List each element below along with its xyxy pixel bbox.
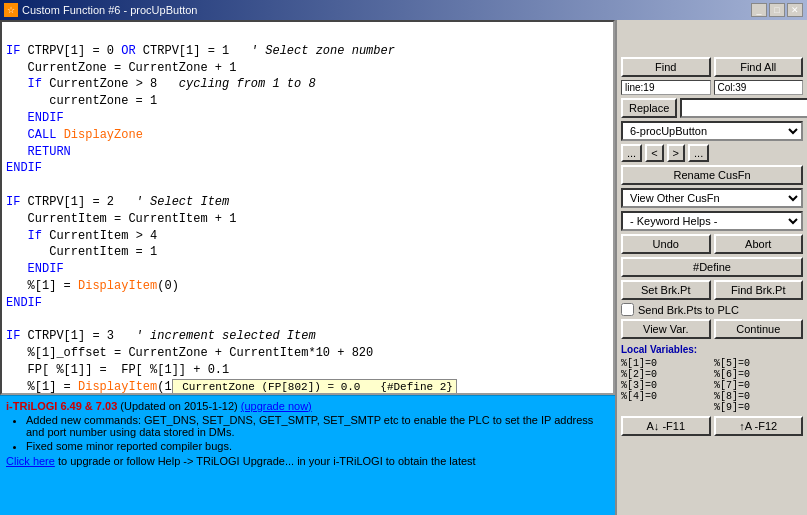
var-4-2: %[8]=0 <box>714 391 803 402</box>
code-line-1: IF CTRPV[1] = 0 OR CTRPV[1] = 1 ' Select… <box>6 44 395 58</box>
tooltip: CurrentZone (FP[802]) = 0.0 {#Define 2} <box>172 379 457 395</box>
vars-col: %[1]=0 %[5]=0 %[2]=0 %[6]=0 %[3]=0 %[7]=… <box>621 358 803 413</box>
find-brk-button[interactable]: Find Brk.Pt <box>714 280 804 300</box>
info-click-row: Click here to upgrade or follow Help -> … <box>6 455 609 467</box>
code-line-11: CurrentItem = CurrentItem + 1 <box>6 212 236 226</box>
code-line-7: RETURN <box>6 145 71 159</box>
f-keys-row: A↓ -F11 ↑A -F12 <box>621 416 803 436</box>
view-var-button[interactable]: View Var. <box>621 319 711 339</box>
var-3-2: %[7]=0 <box>714 380 803 391</box>
window-title: Custom Function #6 - procUpButton <box>22 4 751 16</box>
var-5-1 <box>621 402 710 413</box>
find-row: Find Find All <box>621 57 803 77</box>
f12-button[interactable]: ↑A -F12 <box>714 416 804 436</box>
upgrade-link[interactable]: (upgrade now) <box>241 400 312 412</box>
vars-row-4: %[4]=0 %[8]=0 <box>621 391 803 402</box>
keyword-row: - Keyword Helps - <box>621 211 803 231</box>
keyword-dropdown[interactable]: - Keyword Helps - <box>621 211 803 231</box>
info-title-row: i-TRiLOGI 6.49 & 7.03 (Updated on 2015-1… <box>6 400 609 412</box>
var-2-1: %[2]=0 <box>621 369 710 380</box>
code-editor[interactable]: IF CTRPV[1] = 0 OR CTRPV[1] = 1 ' Select… <box>0 20 615 395</box>
code-wrapper: IF CTRPV[1] = 0 OR CTRPV[1] = 1 ' Select… <box>0 20 615 395</box>
main-container: IF CTRPV[1] = 0 OR CTRPV[1] = 1 ' Select… <box>0 20 807 515</box>
send-brk-label: Send Brk.Pts to PLC <box>638 304 739 316</box>
code-line-5: ENDIF <box>6 111 64 125</box>
code-line-18: IF CTRPV[1] = 3 ' increment selected Ite… <box>6 329 316 343</box>
replace-button[interactable]: Replace <box>621 98 677 118</box>
info-bullet-2: Fixed some minor reported compiler bugs. <box>26 440 609 452</box>
next-button[interactable]: > <box>667 144 685 162</box>
func-dropdown-row: 6-procUpButton <box>621 121 803 141</box>
code-line-15: %[1] = DisplayItem(0) <box>6 279 179 293</box>
var-3-1: %[3]=0 <box>621 380 710 391</box>
code-line-8: ENDIF <box>6 161 42 175</box>
rename-button[interactable]: Rename CusFn <box>621 165 803 185</box>
version-text: 6.49 & 7.03 <box>60 400 117 412</box>
find-all-button[interactable]: Find All <box>714 57 804 77</box>
code-line-3: If CurrentZone > 8 cycling from 1 to 8 <box>6 77 316 91</box>
minimize-button[interactable]: _ <box>751 3 767 17</box>
undo-abort-row: Undo Abort <box>621 234 803 254</box>
col-info: Col:39 <box>714 80 804 95</box>
app-name: i-TRiLOGI <box>6 400 60 412</box>
undo-button[interactable]: Undo <box>621 234 711 254</box>
info-click-text: to upgrade or follow Help -> TRiLOGI Upg… <box>58 455 476 467</box>
title-bar: ☆ Custom Function #6 - procUpButton _ □ … <box>0 0 807 20</box>
prev-button[interactable]: < <box>645 144 663 162</box>
var-2-2: %[6]=0 <box>714 369 803 380</box>
view-other-row: View Other CusFn <box>621 188 803 208</box>
var-1-1: %[1]=0 <box>621 358 710 369</box>
vars-section: %[1]=0 %[5]=0 %[2]=0 %[6]=0 %[3]=0 %[7]=… <box>621 358 803 413</box>
code-line-2: CurrentZone = CurrentZone + 1 <box>6 61 236 75</box>
code-line-13: CurrentItem = 1 <box>6 245 157 259</box>
code-content: IF CTRPV[1] = 0 OR CTRPV[1] = 1 ' Select… <box>2 22 613 395</box>
view-other-dropdown[interactable]: View Other CusFn <box>621 188 803 208</box>
find-button[interactable]: Find <box>621 57 711 77</box>
local-vars-label: Local Variables: <box>621 344 803 355</box>
code-line-14: ENDIF <box>6 262 64 276</box>
replace-row: Replace <box>621 98 803 118</box>
f11-button[interactable]: A↓ -F11 <box>621 416 711 436</box>
click-here-link[interactable]: Click here <box>6 455 55 467</box>
maximize-button[interactable]: □ <box>769 3 785 17</box>
vars-row-3: %[3]=0 %[7]=0 <box>621 380 803 391</box>
code-line-16: ENDIF <box>6 296 42 310</box>
code-line-19: %[1]_offset = CurrentZone + CurrentItem*… <box>6 346 373 360</box>
code-line-10: IF CTRPV[1] = 2 ' Select Item <box>6 195 229 209</box>
position-row: line:19 Col:39 <box>621 80 803 95</box>
view-continue-row: View Var. Continue <box>621 319 803 339</box>
var-1-2: %[5]=0 <box>714 358 803 369</box>
code-line-6: CALL DisplayZone <box>6 128 143 142</box>
send-brk-row: Send Brk.Pts to PLC <box>621 303 803 316</box>
dots-btn-right[interactable]: ... <box>688 144 709 162</box>
continue-button[interactable]: Continue <box>714 319 804 339</box>
code-line-4: currentZone = 1 <box>6 94 157 108</box>
vars-row-1: %[1]=0 %[5]=0 <box>621 358 803 369</box>
define-button[interactable]: #Define <box>621 257 803 277</box>
vars-row-5: %[9]=0 <box>621 402 803 413</box>
set-brk-button[interactable]: Set Brk.Pt <box>621 280 711 300</box>
editor-panel: IF CTRPV[1] = 0 OR CTRPV[1] = 1 ' Select… <box>0 20 617 515</box>
dots-btn-left[interactable]: ... <box>621 144 642 162</box>
vars-row-2: %[2]=0 %[6]=0 <box>621 369 803 380</box>
line-info: line:19 <box>621 80 711 95</box>
replace-input[interactable] <box>680 98 807 118</box>
brk-row: Set Brk.Pt Find Brk.Pt <box>621 280 803 300</box>
rename-row: Rename CusFn <box>621 165 803 185</box>
close-button[interactable]: ✕ <box>787 3 803 17</box>
var-5-2: %[9]=0 <box>714 402 803 413</box>
code-line-21: %[1] = DisplayItem(1 CurrentZone (FP[802… <box>6 380 457 394</box>
info-bullet-1: Added new commands: GET_DNS, SET_DNS, GE… <box>26 414 609 438</box>
right-panel: Find Find All line:19 Col:39 Replace 6-p… <box>617 20 807 515</box>
info-bar: i-TRiLOGI 6.49 & 7.03 (Updated on 2015-1… <box>0 395 615 515</box>
abort-button[interactable]: Abort <box>714 234 804 254</box>
func-dropdown[interactable]: 6-procUpButton <box>621 121 803 141</box>
code-line-12: If CurrentItem > 4 <box>6 229 157 243</box>
info-list: Added new commands: GET_DNS, SET_DNS, GE… <box>26 414 609 452</box>
nav-row: ... < > ... <box>621 144 803 162</box>
var-4-1: %[4]=0 <box>621 391 710 402</box>
define-row: #Define <box>621 257 803 277</box>
window-controls: _ □ ✕ <box>751 3 803 17</box>
app-icon: ☆ <box>4 3 18 17</box>
send-brk-checkbox[interactable] <box>621 303 634 316</box>
